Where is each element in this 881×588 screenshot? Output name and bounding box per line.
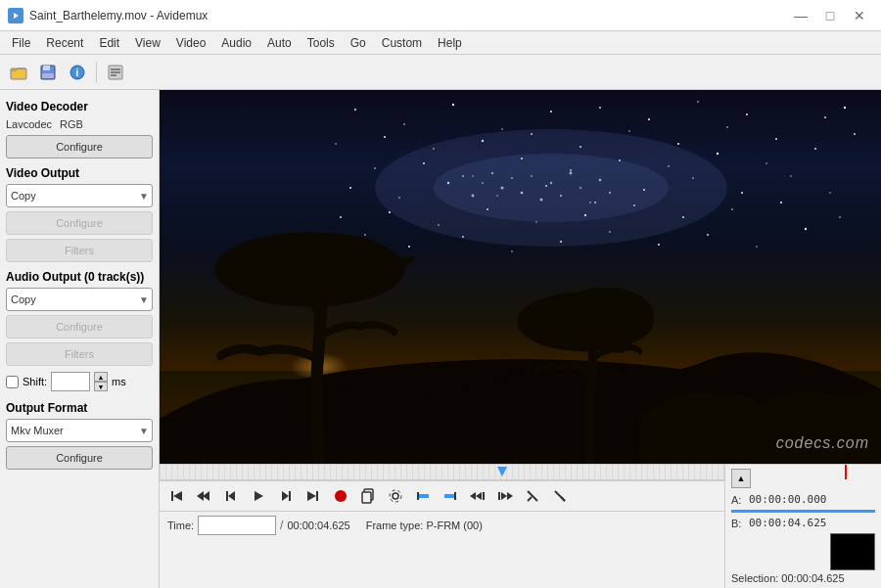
a-marker-bar bbox=[731, 510, 875, 513]
svg-point-99 bbox=[264, 234, 394, 294]
time-label: Time: bbox=[167, 520, 194, 531]
current-time-input[interactable]: 00:00:02.458 bbox=[198, 516, 276, 535]
video-output-dropdown: Copy H.264 H.265 MPEG-4 ▼ bbox=[6, 184, 153, 207]
video-output-select[interactable]: Copy H.264 H.265 MPEG-4 bbox=[6, 184, 153, 207]
tree-silhouettes bbox=[160, 90, 881, 464]
svg-rect-120 bbox=[417, 492, 419, 500]
filters-video-button[interactable]: Filters bbox=[6, 239, 153, 262]
close-button[interactable]: ✕ bbox=[846, 5, 873, 26]
watermark: codecs.com bbox=[776, 434, 869, 452]
menu-go[interactable]: Go bbox=[343, 34, 374, 52]
next-frame-button[interactable] bbox=[275, 485, 297, 507]
configure-format-button[interactable]: Configure bbox=[6, 446, 153, 470]
scroll-up-button[interactable]: ▲ bbox=[731, 469, 751, 488]
cut-b-button[interactable] bbox=[549, 485, 571, 507]
total-time: 00:00:04.625 bbox=[287, 520, 349, 531]
menu-custom[interactable]: Custom bbox=[374, 34, 430, 52]
shift-input[interactable]: 0 bbox=[51, 372, 90, 391]
shift-up-button[interactable]: ▲ bbox=[94, 372, 108, 382]
window-controls: — □ ✕ bbox=[787, 5, 873, 26]
next-keyframe-button[interactable] bbox=[494, 485, 516, 507]
svg-rect-111 bbox=[289, 491, 291, 501]
ab-panel: ▲ A: 00:00:00.000 B: 00:00:04.625 Select… bbox=[724, 465, 881, 588]
svg-marker-113 bbox=[316, 491, 318, 501]
filters-audio-button[interactable]: Filters bbox=[6, 342, 153, 366]
set-b-button[interactable] bbox=[440, 485, 461, 507]
a-time: 00:00:00.000 bbox=[749, 493, 875, 506]
svg-marker-106 bbox=[197, 491, 204, 501]
menu-auto[interactable]: Auto bbox=[259, 34, 300, 52]
menu-file[interactable]: File bbox=[4, 34, 38, 52]
a-label: A: bbox=[731, 494, 745, 506]
audio-output-select[interactable]: Copy AAC MP3 AC3 bbox=[6, 288, 153, 311]
menu-help[interactable]: Help bbox=[430, 34, 470, 52]
main-layout: Video Decoder Lavcodec RGB Configure Vid… bbox=[0, 90, 881, 588]
svg-rect-4 bbox=[43, 66, 50, 70]
record-button[interactable] bbox=[330, 485, 351, 507]
audio-output-dropdown: Copy AAC MP3 AC3 ▼ bbox=[6, 288, 153, 311]
svg-marker-103 bbox=[171, 491, 173, 501]
shift-checkbox[interactable] bbox=[6, 376, 19, 388]
info-button[interactable]: i bbox=[65, 60, 90, 85]
maximize-button[interactable]: □ bbox=[816, 5, 844, 26]
svg-rect-108 bbox=[226, 491, 228, 501]
output-format-select[interactable]: Mkv Muxer MP4 Muxer AVI Muxer MOV Muxer bbox=[6, 419, 153, 442]
menu-video[interactable]: Video bbox=[168, 34, 213, 52]
svg-line-132 bbox=[561, 497, 565, 501]
toolbar: i bbox=[0, 55, 881, 90]
cut-a-button[interactable] bbox=[522, 485, 543, 507]
prev-frame-button[interactable] bbox=[220, 485, 242, 507]
settings-button[interactable] bbox=[385, 485, 406, 507]
go-start-button[interactable] bbox=[165, 485, 187, 507]
codec-format: RGB bbox=[60, 118, 83, 130]
video-area: codecs.com bbox=[160, 90, 881, 464]
menu-bar: File Recent Edit View Video Audio Auto T… bbox=[0, 31, 881, 55]
rewind-button[interactable] bbox=[193, 485, 214, 507]
menu-edit[interactable]: Edit bbox=[91, 34, 127, 52]
audio-output-label: Audio Output (0 track(s)) bbox=[6, 270, 153, 284]
svg-rect-122 bbox=[454, 492, 456, 500]
go-end-button[interactable] bbox=[302, 485, 324, 507]
window-title: Saint_Barthelemy.mov - Avidemux bbox=[29, 9, 208, 23]
svg-marker-109 bbox=[255, 491, 263, 501]
menu-recent[interactable]: Recent bbox=[38, 34, 91, 52]
copy-button[interactable] bbox=[357, 485, 379, 507]
timeline-track[interactable] bbox=[160, 465, 724, 480]
configure-video-button[interactable]: Configure bbox=[6, 211, 153, 235]
preview-thumbnail bbox=[830, 533, 875, 570]
configure-decoder-button[interactable]: Configure bbox=[6, 135, 153, 158]
shift-down-button[interactable]: ▼ bbox=[94, 382, 108, 391]
script-button[interactable] bbox=[103, 60, 128, 85]
set-a-button[interactable] bbox=[412, 485, 434, 507]
svg-point-114 bbox=[335, 490, 347, 502]
bottom-left: Time: 00:00:02.458 / 00:00:04.625 Frame … bbox=[160, 465, 724, 588]
bottom-section: Time: 00:00:02.458 / 00:00:04.625 Frame … bbox=[160, 464, 881, 588]
controls-row bbox=[160, 480, 724, 511]
frame-type: Frame type: P-FRM (00) bbox=[366, 520, 483, 531]
video-decoder-label: Video Decoder bbox=[6, 100, 153, 113]
b-label: B: bbox=[731, 518, 745, 529]
open-button[interactable] bbox=[6, 60, 31, 85]
svg-point-118 bbox=[390, 490, 401, 502]
output-format-label: Output Format bbox=[6, 401, 153, 415]
minimize-button[interactable]: — bbox=[787, 5, 814, 26]
video-output-label: Video Output bbox=[6, 166, 153, 180]
svg-rect-5 bbox=[42, 73, 54, 78]
configure-audio-button[interactable]: Configure bbox=[6, 315, 153, 339]
menu-tools[interactable]: Tools bbox=[300, 34, 343, 52]
codec-name: Lavcodec bbox=[6, 118, 52, 130]
timeline-red-marker bbox=[845, 465, 847, 479]
prev-keyframe-button[interactable] bbox=[467, 485, 488, 507]
svg-rect-116 bbox=[362, 492, 371, 503]
svg-point-102 bbox=[557, 288, 653, 341]
shift-label: Shift: bbox=[23, 376, 47, 387]
svg-line-130 bbox=[528, 497, 532, 501]
svg-marker-107 bbox=[228, 491, 235, 501]
play-button[interactable] bbox=[248, 485, 269, 507]
shift-unit: ms bbox=[112, 376, 126, 387]
menu-view[interactable]: View bbox=[127, 34, 168, 52]
svg-marker-127 bbox=[507, 492, 513, 500]
menu-audio[interactable]: Audio bbox=[213, 34, 259, 52]
save-button[interactable] bbox=[35, 60, 61, 85]
svg-rect-128 bbox=[498, 492, 500, 500]
